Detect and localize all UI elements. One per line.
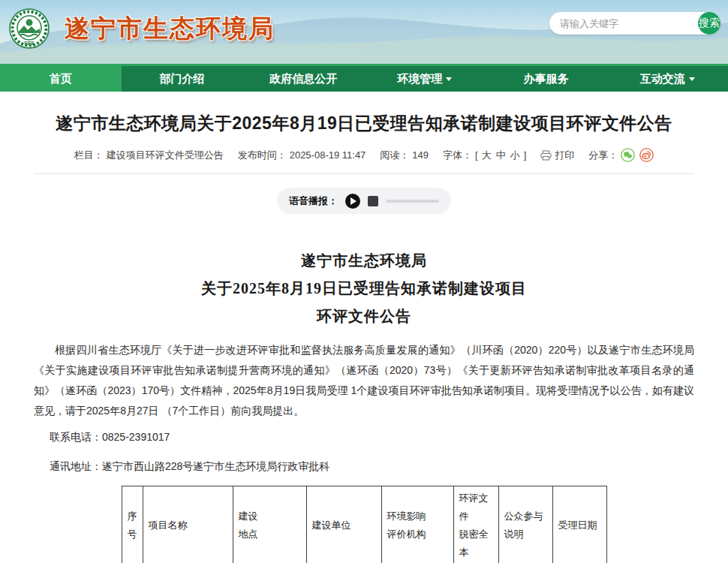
share-label: 分享：: [588, 149, 618, 162]
font-size-small-button[interactable]: 小: [510, 149, 520, 162]
audio-player-label: 语音播报：: [289, 194, 338, 208]
page-title: 遂宁市生态环境局关于2025年8月19日已受理告知承诺制建设项目环评文件公告: [34, 112, 694, 135]
meta-publish-time: 发布时间： 2025-08-19 11:47: [238, 149, 366, 162]
doc-heading-line-2: 关于2025年8月19日已受理告知承诺制建设项目: [34, 275, 694, 303]
table-header-row: 序号 项目名称 建设 地点 建设单位 环境影响 评价机构 环评文件 脱密全本 公…: [122, 486, 606, 563]
article-meta: 栏目： 建设项目环评文件受理公告 发布时间： 2025-08-19 11:47 …: [34, 148, 694, 162]
font-size-label: 字体：: [443, 149, 472, 162]
doc-heading-line-1: 遂宁市生态环境局: [34, 247, 694, 275]
nav-item-department-intro[interactable]: 部门介绍: [122, 66, 243, 92]
audio-player: 语音播报：: [277, 188, 451, 214]
environment-bureau-emblem-icon: SEE: [9, 8, 50, 49]
nav-item-gov-info[interactable]: 政府信息公开: [242, 66, 364, 92]
chevron-down-icon: [689, 77, 695, 81]
chevron-down-icon: [446, 77, 452, 81]
category-value: 建设项目环评文件受理公告: [107, 149, 224, 162]
bracket: [: [475, 149, 478, 161]
nav-item-env-management[interactable]: 环境管理: [364, 66, 486, 92]
col-header-project-name: 项目名称: [143, 486, 233, 563]
col-header-builder: 建设单位: [306, 486, 381, 563]
print-label: 打印: [555, 149, 574, 162]
logo-text: SEE: [24, 41, 35, 46]
col-header-acceptance-date: 受理日期: [552, 486, 606, 563]
weibo-icon[interactable]: [639, 148, 654, 162]
wechat-icon[interactable]: [621, 148, 635, 162]
nav-label: 互动交流: [640, 72, 685, 86]
meta-category: 栏目： 建设项目环评文件受理公告: [74, 149, 224, 162]
col-header-public-participation: 公众参与 说明: [498, 486, 552, 563]
stop-button[interactable]: [368, 196, 378, 206]
nav-item-interaction[interactable]: 互动交流: [606, 66, 728, 92]
search-input[interactable]: [549, 18, 698, 29]
article-page: 遂宁市生态环境局关于2025年8月19日已受理告知承诺制建设项目环评文件公告 栏…: [0, 112, 728, 563]
nav-label: 部门介绍: [160, 72, 205, 86]
nav-label: 办事服务: [524, 72, 569, 86]
search-bar: 搜索: [549, 12, 720, 35]
article-paragraph: 根据四川省生态环境厅《关于进一步改进环评审批和监督执法服务高质量发展的通知》（川…: [34, 340, 694, 421]
font-size-large-button[interactable]: 大: [482, 149, 492, 162]
main-navigation: 首页 部门介绍 政府信息公开 环境管理 办事服务 互动交流: [0, 64, 728, 92]
nav-label: 首页: [50, 72, 72, 86]
document-headings: 遂宁市生态环境局 关于2025年8月19日已受理告知承诺制建设项目 环评文件公告: [34, 247, 694, 330]
print-button[interactable]: 打印: [540, 149, 574, 162]
col-header-eia-agency: 环境影响 评价机构: [381, 486, 453, 563]
site-header: SEE 遂宁市生态环境局 搜索: [0, 0, 728, 64]
share-icons: [621, 148, 654, 162]
meta-views: 阅读： 149: [380, 149, 429, 162]
col-header-location: 建设 地点: [233, 486, 306, 563]
contact-phone: 联系电话：0825-2391017: [34, 431, 694, 444]
nav-label: 政府信息公开: [269, 72, 337, 86]
font-size-medium-button[interactable]: 中: [496, 149, 506, 162]
nav-item-services[interactable]: 办事服务: [486, 66, 607, 92]
nav-item-home[interactable]: 首页: [0, 66, 122, 92]
accepted-projects-table: 序号 项目名称 建设 地点 建设单位 环境影响 评价机构 环评文件 脱密全本 公…: [122, 486, 607, 563]
divider: [34, 173, 694, 174]
views-label: 阅读：: [380, 149, 409, 162]
play-button[interactable]: [345, 194, 360, 209]
meta-share: 分享：: [588, 148, 654, 162]
contact-address: 通讯地址：遂宁市西山路228号遂宁市生态环境局行政审批科: [34, 460, 694, 474]
meta-font-size: 字体： [ 大 中 小 ]: [443, 149, 526, 162]
nav-label: 环境管理: [397, 72, 442, 86]
views-value: 149: [412, 149, 429, 161]
site-logo[interactable]: SEE: [9, 8, 50, 49]
audio-progress-bar[interactable]: [386, 200, 439, 203]
printer-icon: [540, 150, 552, 161]
doc-heading-line-3: 环评文件公告: [34, 303, 694, 330]
site-name: 遂宁市生态环境局: [65, 12, 275, 46]
bracket: ]: [524, 149, 527, 161]
col-header-eia-document: 环评文件 脱密全本: [453, 486, 498, 563]
publish-time-label: 发布时间：: [238, 149, 287, 162]
search-button[interactable]: 搜索: [698, 12, 720, 35]
publish-time-value: 2025-08-19 11:47: [290, 149, 366, 161]
col-header-index: 序号: [122, 486, 143, 563]
category-label: 栏目：: [74, 149, 104, 162]
